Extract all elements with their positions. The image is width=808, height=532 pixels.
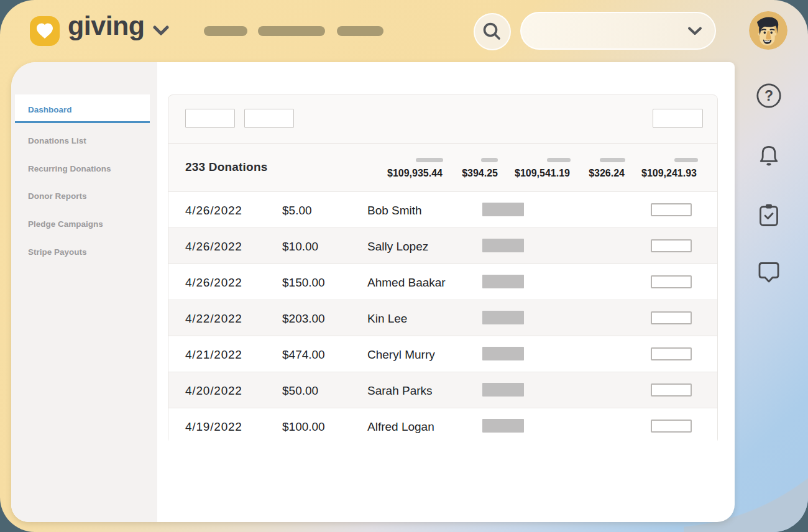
- svg-text:?: ?: [764, 88, 773, 104]
